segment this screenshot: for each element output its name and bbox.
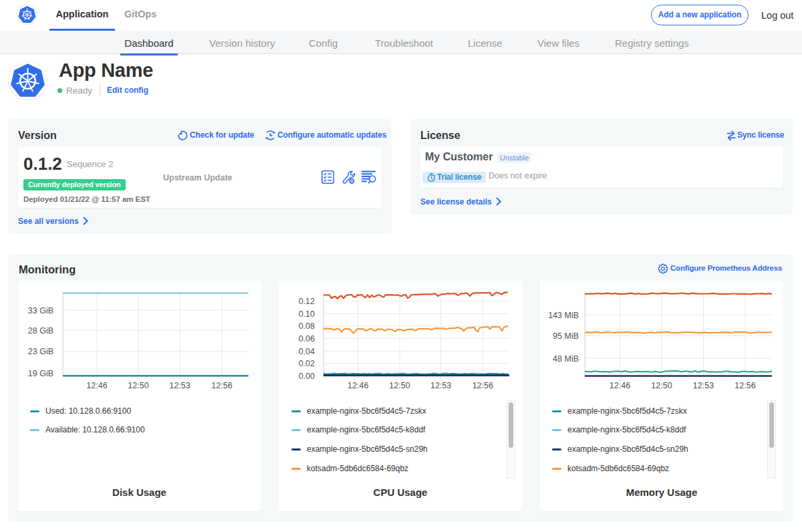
svg-text:0.04: 0.04 bbox=[299, 347, 315, 356]
svg-text:19 GiB: 19 GiB bbox=[28, 369, 53, 378]
svg-text:12:56: 12:56 bbox=[211, 381, 232, 390]
svg-text:23 GiB: 23 GiB bbox=[28, 347, 53, 356]
svg-text:48 MiB: 48 MiB bbox=[553, 354, 579, 364]
svg-text:12:46: 12:46 bbox=[610, 381, 630, 390]
svg-text:95 MiB: 95 MiB bbox=[553, 331, 579, 341]
svg-text:12:46: 12:46 bbox=[86, 381, 107, 390]
svg-text:12:50: 12:50 bbox=[389, 381, 410, 390]
svg-text:0.02: 0.02 bbox=[299, 359, 315, 368]
svg-text:0.08: 0.08 bbox=[299, 321, 315, 331]
svg-text:0.06: 0.06 bbox=[299, 334, 315, 344]
svg-text:0.12: 0.12 bbox=[299, 297, 315, 306]
svg-text:0.10: 0.10 bbox=[299, 309, 315, 319]
svg-text:12:56: 12:56 bbox=[734, 381, 755, 390]
svg-text:12:46: 12:46 bbox=[348, 381, 368, 390]
svg-text:143 MiB: 143 MiB bbox=[548, 311, 579, 320]
svg-text:12:50: 12:50 bbox=[128, 381, 148, 390]
svg-text:12:50: 12:50 bbox=[651, 381, 672, 390]
svg-text:0.00: 0.00 bbox=[299, 372, 315, 381]
svg-text:12:53: 12:53 bbox=[693, 381, 714, 390]
svg-text:33 GiB: 33 GiB bbox=[28, 306, 53, 315]
svg-text:12:53: 12:53 bbox=[169, 381, 190, 390]
svg-text:12:56: 12:56 bbox=[473, 381, 493, 390]
svg-text:28 GiB: 28 GiB bbox=[28, 326, 53, 336]
svg-text:12:53: 12:53 bbox=[430, 381, 451, 390]
